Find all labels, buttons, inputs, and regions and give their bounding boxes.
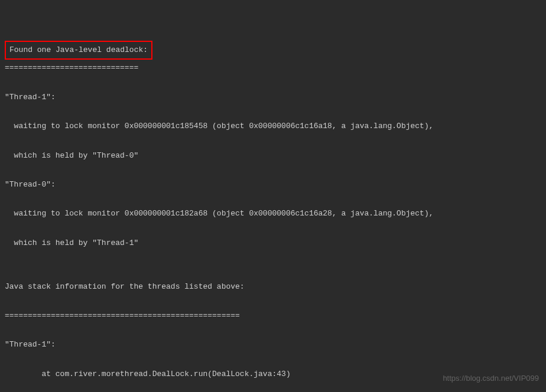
thread-1-label: "Thread-1": xyxy=(5,90,541,105)
watermark-text: https://blog.csdn.net/VIP099 xyxy=(443,371,539,386)
thread-1-waiting: waiting to lock monitor 0x000000001c1854… xyxy=(5,119,541,134)
thread-1-held-by: which is held by "Thread-0" xyxy=(5,149,541,164)
stack-info-header: Java stack information for the threads l… xyxy=(5,280,541,295)
separator-line-2: ========================================… xyxy=(5,309,541,324)
deadlock-header-highlight: Found one Java-level deadlock: xyxy=(5,41,152,60)
stack-thread-1-label: "Thread-1": xyxy=(5,338,541,352)
thread-0-waiting: waiting to lock monitor 0x000000001c182a… xyxy=(5,207,541,221)
thread-0-label: "Thread-0": xyxy=(5,178,541,192)
thread-0-held-by: which is held by "Thread-1" xyxy=(5,236,541,251)
deadlock-header-text: Found one Java-level deadlock: xyxy=(9,45,148,54)
terminal-output: Found one Java-level deadlock: =========… xyxy=(5,5,541,392)
separator-line: ============================= xyxy=(5,61,541,76)
